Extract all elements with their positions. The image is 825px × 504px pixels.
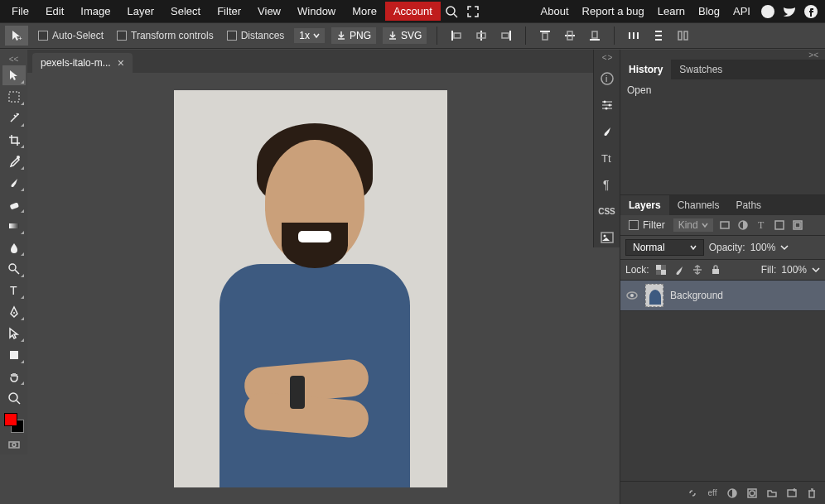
align-vcenter-icon[interactable] <box>562 28 577 43</box>
fill-chevron-icon[interactable] <box>812 266 820 274</box>
menu-window[interactable]: Window <box>289 2 344 21</box>
blend-mode-select[interactable]: Normal <box>625 239 704 256</box>
dodge-tool[interactable] <box>2 259 26 279</box>
filter-smart-icon[interactable] <box>791 218 804 232</box>
brush-panel-icon[interactable] <box>597 122 617 142</box>
panel-expand-icon[interactable]: < > <box>602 53 611 62</box>
menu-select[interactable]: Select <box>162 2 209 21</box>
export-svg-button[interactable]: SVG <box>383 27 427 44</box>
tab-paths[interactable]: Paths <box>727 195 770 215</box>
thumbnail-panel-icon[interactable] <box>597 228 617 247</box>
panels-collapse-icon[interactable]: >< <box>620 50 825 60</box>
character-panel-icon[interactable]: Tt <box>597 148 617 168</box>
transform-controls-checkbox[interactable]: Transform controls <box>113 30 217 41</box>
menu-view[interactable]: View <box>249 2 289 21</box>
gradient-tool[interactable] <box>2 216 26 236</box>
twitter-icon[interactable] <box>780 2 798 21</box>
lock-position-icon[interactable] <box>691 263 704 276</box>
canvas[interactable] <box>174 90 447 487</box>
link-report-bug[interactable]: Report a bug <box>576 2 651 21</box>
type-tool[interactable]: T <box>2 281 26 300</box>
facebook-icon[interactable] <box>802 2 820 21</box>
filter-pixel-icon[interactable] <box>718 218 731 232</box>
move-tool[interactable] <box>2 65 26 85</box>
fill-value[interactable]: 100% <box>781 264 807 276</box>
blur-tool[interactable] <box>2 238 26 257</box>
menu-filter[interactable]: Filter <box>209 2 249 21</box>
tab-channels[interactable]: Channels <box>669 195 728 215</box>
shape-tool[interactable] <box>2 345 26 365</box>
layers-kind-select[interactable]: Kind <box>673 218 713 232</box>
link-layers-icon[interactable] <box>686 487 699 500</box>
lock-transparency-icon[interactable] <box>654 263 668 276</box>
opacity-chevron-icon[interactable] <box>780 243 789 252</box>
new-layer-icon[interactable] <box>785 487 798 500</box>
hand-tool[interactable] <box>2 367 26 386</box>
distances-checkbox[interactable]: Distances <box>224 30 288 41</box>
foreground-color[interactable] <box>4 413 17 426</box>
link-api[interactable]: API <box>726 2 757 21</box>
layer-visibility-icon[interactable] <box>625 289 639 302</box>
eraser-tool[interactable] <box>2 194 26 214</box>
delete-layer-icon[interactable] <box>805 487 818 500</box>
crop-tool[interactable] <box>2 130 26 150</box>
magic-wand-tool[interactable] <box>2 108 26 128</box>
add-adjustment-icon[interactable] <box>745 487 759 500</box>
align-left-icon[interactable] <box>449 28 464 43</box>
menu-layer[interactable]: Layer <box>119 2 163 21</box>
eyedropper-tool[interactable] <box>2 151 26 171</box>
pixel-ratio-select[interactable]: 1x <box>294 28 325 43</box>
path-select-tool[interactable] <box>2 324 26 343</box>
tools-collapse-icon[interactable]: << <box>9 55 19 64</box>
quick-mask-tool[interactable] <box>2 434 26 454</box>
pen-tool[interactable] <box>2 302 26 322</box>
filter-shape-icon[interactable] <box>773 218 786 232</box>
layer-thumbnail[interactable] <box>645 284 663 307</box>
link-about[interactable]: About <box>534 2 576 21</box>
color-swatches[interactable] <box>2 413 26 433</box>
tab-history[interactable]: History <box>620 60 671 79</box>
align-hcenter-icon[interactable] <box>474 28 489 43</box>
reddit-icon[interactable] <box>759 2 777 21</box>
add-mask-icon[interactable] <box>726 487 739 500</box>
export-png-button[interactable]: PNG <box>331 27 376 44</box>
align-right-icon[interactable] <box>499 28 514 43</box>
history-item[interactable]: Open <box>627 84 818 96</box>
zoom-tool[interactable] <box>2 388 26 408</box>
menu-account[interactable]: Account <box>385 2 441 21</box>
marquee-tool[interactable] <box>2 87 26 107</box>
canvas-viewport[interactable] <box>27 73 593 504</box>
tab-swatches[interactable]: Swatches <box>671 60 731 79</box>
close-tab-icon[interactable]: × <box>118 57 124 69</box>
layer-name[interactable]: Background <box>670 290 723 301</box>
lock-all-icon[interactable] <box>709 263 722 276</box>
search-icon[interactable] <box>442 2 461 21</box>
tab-layers[interactable]: Layers <box>620 195 669 215</box>
distribute-v-icon[interactable] <box>651 28 666 43</box>
distribute-h-icon[interactable] <box>626 28 641 43</box>
menu-file[interactable]: File <box>3 2 37 21</box>
fullscreen-icon[interactable] <box>464 2 482 21</box>
align-top-icon[interactable] <box>538 28 552 43</box>
auto-select-checkbox[interactable]: Auto-Select <box>35 30 107 41</box>
document-tab[interactable]: pexels-italo-m... × <box>32 53 133 73</box>
filter-type-icon[interactable]: T <box>755 218 768 232</box>
filter-adjust-icon[interactable] <box>736 218 750 232</box>
css-panel-icon[interactable]: CSS <box>597 201 617 221</box>
align-bottom-icon[interactable] <box>587 28 602 43</box>
menu-more[interactable]: More <box>344 2 385 21</box>
adjustments-panel-icon[interactable] <box>597 95 617 115</box>
link-blog[interactable]: Blog <box>692 2 726 21</box>
new-group-icon[interactable] <box>765 487 779 500</box>
link-learn[interactable]: Learn <box>651 2 692 21</box>
more-align-icon[interactable] <box>676 28 691 43</box>
layers-filter-checkbox[interactable]: Filter <box>625 219 668 231</box>
menu-image[interactable]: Image <box>72 2 118 21</box>
layer-row[interactable]: Background <box>620 281 825 311</box>
menu-edit[interactable]: Edit <box>37 2 72 21</box>
opacity-value[interactable]: 100% <box>750 242 776 253</box>
brush-tool[interactable] <box>2 173 26 193</box>
layer-effects-label[interactable]: eff <box>706 487 719 500</box>
info-panel-icon[interactable]: i <box>597 69 617 89</box>
lock-pixels-icon[interactable] <box>673 263 686 276</box>
